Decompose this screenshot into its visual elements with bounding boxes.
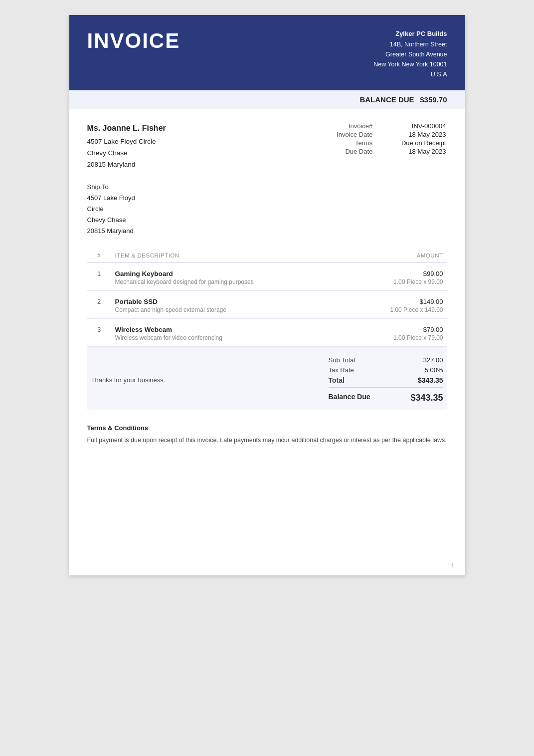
subtotal-value: 327.00 — [408, 356, 443, 364]
item-amount: $149.00 — [353, 298, 443, 305]
balance-due-row: Balance Due $343.35 — [329, 387, 443, 403]
item-description: Compact and high-speed external storage — [115, 306, 345, 313]
item-num: 2 — [87, 291, 111, 319]
page-number: 1 — [451, 562, 454, 568]
total-value: $343.35 — [408, 376, 443, 384]
item-num: 3 — [87, 319, 111, 347]
taxrate-label: Tax Rate — [329, 366, 354, 374]
ship-to-section: Ship To 4507 Lake Floyd Circle Chevy Cha… — [87, 182, 447, 237]
billing-address3: 20815 Maryland — [87, 159, 166, 171]
ship-to-label: Ship To — [87, 182, 447, 193]
item-amount-cell: $79.00 1.00 Piece x 79.00 — [349, 319, 447, 347]
item-name: Wireless Webcam — [115, 326, 345, 333]
due-date-value: 18 May 2023 — [383, 148, 446, 155]
invoice-date-label: Invoice Date — [319, 131, 383, 138]
table-row: 1 Gaming Keyboard Mechanical keyboard de… — [87, 263, 447, 291]
item-amount-cell: $99.00 1.00 Piece x 99.00 — [349, 263, 447, 291]
totals-block: Sub Total 327.00 Tax Rate 5.00% Total $3… — [329, 356, 443, 403]
item-amount: $79.00 — [353, 326, 443, 333]
invoice-num-value: INV-000004 — [383, 122, 446, 130]
ship-to-address4: 20815 Maryland — [87, 226, 447, 237]
item-qty: 1.00 Piece x 149.00 — [353, 306, 443, 313]
total-label: Total — [329, 376, 345, 384]
company-address4: U.S.A — [373, 69, 447, 79]
billing-address1: 4507 Lake Floyd Circle — [87, 136, 166, 148]
item-name: Gaming Keyboard — [115, 270, 345, 277]
item-qty: 1.00 Piece x 79.00 — [353, 334, 443, 341]
item-amount: $99.00 — [353, 270, 443, 277]
meta-table: Invoice# INV-000004 Invoice Date 18 May … — [318, 121, 447, 156]
billing-address: Ms. Joanne L. Fisher 4507 Lake Floyd Cir… — [87, 121, 166, 171]
item-name: Portable SSD — [115, 298, 345, 305]
company-info: Zylker PC Builds 14B, Northern Street Gr… — [373, 29, 447, 79]
total-row: Total $343.35 — [329, 376, 443, 384]
col-num: # — [87, 248, 111, 263]
item-amount-cell: $149.00 1.00 Piece x 149.00 — [349, 291, 447, 319]
item-qty: 1.00 Piece x 99.00 — [353, 278, 443, 285]
balance-label: Balance Due — [329, 393, 370, 403]
table-row: 2 Portable SSD Compact and high-speed ex… — [87, 291, 447, 319]
balance-due-label: BALANCE DUE — [359, 95, 414, 104]
thanks-message: Thanks for your business. — [91, 376, 166, 384]
company-address1: 14B, Northern Street — [373, 39, 447, 49]
invoice-content: Ms. Joanne L. Fisher 4507 Lake Floyd Cir… — [69, 109, 465, 410]
company-name: Zylker PC Builds — [373, 29, 447, 39]
subtotal-row: Sub Total 327.00 — [329, 356, 443, 364]
company-address2: Greater South Avenue — [373, 49, 447, 59]
item-description: Mechanical keyboard designed for gaming … — [115, 278, 345, 285]
item-desc-cell: Portable SSD Compact and high-speed exte… — [111, 291, 349, 319]
taxrate-row: Tax Rate 5.00% — [329, 366, 443, 374]
item-num: 1 — [87, 263, 111, 291]
table-row: 3 Wireless Webcam Wireless webcam for vi… — [87, 319, 447, 347]
item-description: Wireless webcam for video conferencing — [115, 334, 345, 341]
billing-meta-section: Ms. Joanne L. Fisher 4507 Lake Floyd Cir… — [87, 121, 447, 171]
balance-value: $343.35 — [410, 393, 443, 403]
company-address3: New York New York 10001 — [373, 59, 447, 69]
billing-name: Ms. Joanne L. Fisher — [87, 121, 166, 135]
totals-footer: Thanks for your business. Sub Total 327.… — [87, 347, 447, 410]
due-date-label: Due Date — [319, 148, 383, 155]
invoice-header: INVOICE Zylker PC Builds 14B, Northern S… — [69, 15, 465, 90]
terms-label: Terms — [319, 139, 383, 147]
item-desc-cell: Gaming Keyboard Mechanical keyboard desi… — [111, 263, 349, 291]
invoice-date-value: 18 May 2023 — [383, 131, 446, 138]
terms-value: Due on Receipt — [383, 139, 446, 147]
taxrate-value: 5.00% — [408, 366, 443, 374]
billing-address2: Chevy Chase — [87, 148, 166, 159]
col-item: ITEM & DESCRIPTION — [111, 248, 349, 263]
terms-text: Full payment is due upon receipt of this… — [87, 435, 447, 445]
terms-title: Terms & Conditions — [87, 424, 447, 432]
invoice-title: INVOICE — [87, 29, 180, 53]
meta-section: Invoice# INV-000004 Invoice Date 18 May … — [318, 121, 447, 171]
item-desc-cell: Wireless Webcam Wireless webcam for vide… — [111, 319, 349, 347]
terms-section: Terms & Conditions Full payment is due u… — [69, 410, 465, 455]
ship-to-address1: 4507 Lake Floyd — [87, 193, 447, 204]
subtotal-label: Sub Total — [329, 356, 356, 364]
balance-due-amount: $359.70 — [420, 95, 447, 104]
balance-due-bar: BALANCE DUE $359.70 — [69, 90, 465, 109]
col-amount: AMOUNT — [349, 248, 447, 263]
invoice-num-label: Invoice# — [319, 122, 383, 130]
items-table: # ITEM & DESCRIPTION AMOUNT 1 Gaming Key… — [87, 248, 447, 347]
invoice-page: INVOICE Zylker PC Builds 14B, Northern S… — [69, 15, 465, 575]
ship-to-address2: Circle — [87, 204, 447, 215]
ship-to-address3: Chevy Chase — [87, 215, 447, 226]
